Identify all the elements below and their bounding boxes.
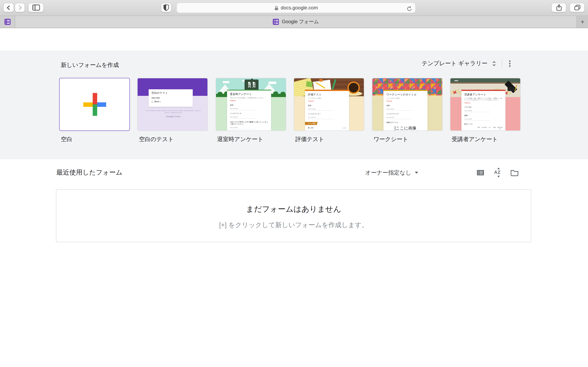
list-view-button[interactable] — [473, 167, 488, 178]
thumb-points: 1 point — [342, 127, 346, 129]
sidebar-icon — [32, 4, 40, 11]
thumb-grid-col: 満足 — [492, 127, 497, 130]
empty-state-box: まだフォームはありません [+] をクリックして新しいフォームを作成します。 — [56, 189, 531, 242]
unfold-more-icon[interactable] — [492, 60, 496, 67]
template-card-course-evaluation: 受講者アンケート コースの構成、内容、講師についてのご意見・ご感想など、修了した… — [450, 78, 521, 143]
thumb-image-title: 画像のタイトル — [386, 122, 424, 124]
thumb-sheet: 評価テスト ここにテキストを挿入。 *Required 名前 * Your an… — [305, 90, 349, 131]
thumb-grid-col: やや不満 — [481, 127, 486, 130]
thumb-title: 受講者アンケート — [464, 93, 503, 96]
thumb-sheet: ワークシートのタイトル ここにテキストを挿入。 *Required 名前 * Y… — [383, 90, 427, 131]
thumb-question: 第 1 問 * — [308, 127, 314, 129]
open-file-picker-button[interactable] — [507, 167, 522, 178]
browser-toolbar: docs.google.com — [0, 0, 588, 16]
forms-favicon — [4, 19, 10, 25]
template-card-blank: 空白 — [59, 78, 130, 143]
tab-overview-button[interactable] — [570, 3, 585, 12]
active-tab[interactable]: Google フォーム — [15, 16, 577, 28]
recent-forms-title: 最近使用したフォーム — [56, 168, 122, 176]
thumb-question: 無題の問題 — [152, 97, 190, 99]
thumb-section-ribbon: テスト問題 — [305, 122, 318, 125]
pinned-tab-forms[interactable] — [0, 16, 15, 28]
thumb-desc: ここにテキストを挿入。 — [308, 98, 346, 99]
thumb-answer: Your answer — [464, 110, 490, 112]
thumb-title: 空白のテスト — [152, 91, 190, 95]
sort-az-icon: AZ — [494, 170, 501, 175]
owner-filter-label: オーナー指定なし — [365, 169, 411, 176]
thumb-field-label: 今日クラスで学習した中で重要だと思ったことを１つ挙げてください。 — [230, 121, 268, 125]
template-blank-thumbnail[interactable] — [59, 78, 130, 131]
thumb-field-label: 名前 * — [308, 105, 346, 107]
thumb-disclaimer: This content is neither created nor endo… — [144, 110, 203, 114]
privacy-shield-button[interactable] — [161, 3, 172, 12]
plus-icon — [83, 93, 106, 116]
template-card-assessment: 評価テスト ここにテキストを挿入。 *Required 名前 * Your an… — [294, 78, 364, 143]
thumb-title: 退室時アンケート — [230, 92, 268, 96]
thumb-field-label: メールアドレス * — [308, 113, 346, 115]
back-button[interactable] — [3, 3, 14, 12]
template-gallery-control: テンプレート ギャラリー — [422, 59, 512, 68]
sidebar-button[interactable] — [28, 3, 44, 12]
thumb-desc: ここにテキストを挿入。 — [386, 98, 424, 99]
template-blank-quiz-thumbnail[interactable]: 空白のテスト 無題の問題 選択肢 1 This content is neith… — [138, 78, 208, 131]
thumb-sheet: 受講者アンケート コースの構成、内容、講師についてのご意見・ご感想など、修了した… — [461, 90, 506, 131]
template-card-label: 評価テスト — [295, 136, 364, 143]
tab-bar: Google フォーム + — [0, 16, 588, 28]
thumb-answer: Your answer — [308, 117, 334, 119]
thumb-answer: Your answer — [230, 127, 256, 129]
share-button[interactable] — [551, 3, 566, 12]
screen: docs.google.com — [0, 0, 588, 367]
thumb-answer: Your answer — [230, 108, 256, 110]
shield-icon — [163, 4, 169, 11]
refresh-button[interactable] — [407, 5, 412, 13]
template-cards-row: 空白 空白のテスト 無題の問題 選択肢 1 — [59, 78, 528, 143]
thumb-google-forms: Google Forms — [144, 115, 203, 118]
thumb-desc: 今日このクラスを出る前に、次の質問に答えてください。 — [230, 97, 268, 99]
radio-icon — [152, 101, 154, 103]
tab-title: Google フォーム — [282, 19, 319, 25]
refresh-icon — [407, 6, 412, 11]
template-gallery-button[interactable]: テンプレート ギャラリー — [422, 60, 488, 67]
thumb-title: ワークシートのタイトル — [386, 93, 424, 96]
thumb-answer: Your answer — [308, 108, 334, 111]
forms-favicon — [273, 19, 279, 25]
divider — [502, 59, 502, 68]
thumb-answer: Your answer — [464, 118, 490, 121]
thumb-required: *Required — [386, 100, 424, 102]
thumb-grid-title: 努力レベル — [464, 123, 503, 125]
template-worksheet-thumbnail[interactable]: ワークシートのタイトル ここにテキストを挿入。 *Required 名前 * Y… — [372, 78, 442, 131]
template-card-worksheet: ワークシートのタイトル ここにテキストを挿入。 *Required 名前 * Y… — [372, 78, 442, 143]
url-text: docs.google.com — [281, 5, 318, 11]
hikers-sign-icon — [245, 80, 259, 90]
thumb-field-label: 講師 * — [464, 115, 503, 117]
forward-button[interactable] — [15, 3, 25, 12]
template-assessment-thumbnail[interactable]: 評価テスト ここにテキストを挿入。 *Required 名前 * Your an… — [294, 78, 364, 131]
template-exit-survey-thumbnail[interactable]: 退室時アンケート 今日このクラスを出る前に、次の質問に答えてください。 *Req… — [216, 78, 286, 131]
chevron-left-icon — [6, 5, 11, 10]
owner-filter-dropdown[interactable]: オーナー指定なし — [365, 169, 418, 176]
template-card-label: 空白 — [61, 136, 130, 143]
template-card-label: 空白のテスト — [139, 136, 208, 143]
empty-state-title: まだフォームはありません — [56, 204, 531, 214]
folder-icon — [510, 169, 519, 176]
thumb-sheet: 退室時アンケート 今日このクラスを出る前に、次の質問に答えてください。 *Req… — [227, 90, 271, 131]
thumb-grid-col: 非常に満足 — [497, 127, 503, 130]
thumb-required: *Required — [230, 100, 268, 101]
thumb-grid-col: 不満 — [476, 127, 481, 130]
thumb-field-label: 名前 * — [230, 104, 268, 106]
tabs-icon — [574, 4, 580, 11]
sort-button[interactable]: AZ — [490, 167, 505, 178]
new-tab-button[interactable]: + — [577, 16, 588, 28]
thumb-required: *Required — [308, 100, 346, 102]
thumb-field-label: メールアドレス — [230, 113, 268, 115]
address-bar[interactable]: docs.google.com — [176, 2, 416, 13]
app-header: Forms ECCS2016 Information Technology Ce… — [0, 28, 588, 50]
template-section-title: 新しいフォームを作成 — [61, 62, 119, 69]
template-course-evaluation-thumbnail[interactable]: 受講者アンケート コースの構成、内容、講師についてのご意見・ご感想など、修了した… — [450, 78, 521, 131]
thumb-answer: Your answer — [230, 116, 256, 119]
empty-state-subtitle: [+] をクリックして新しいフォームを作成します。 — [56, 221, 531, 229]
thumb-sheet: 空白のテスト 無題の問題 選択肢 1 — [149, 89, 193, 107]
chevron-right-icon — [17, 5, 22, 10]
more-options-button[interactable] — [507, 60, 512, 68]
template-section: 新しいフォームを作成 テンプレート ギャラリー 空白 — [0, 50, 588, 159]
